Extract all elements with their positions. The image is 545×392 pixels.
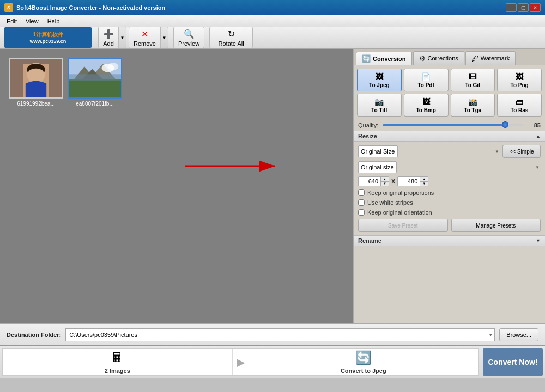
logo-url: www.pc0359.cn	[30, 39, 66, 44]
window-title: Soft4Boost Image Converter - Non-activat…	[16, 4, 165, 11]
width-increment-button[interactable]: ▲	[381, 177, 389, 182]
maximize-button[interactable]: ▢	[518, 3, 529, 12]
height-input-group: ▲ ▼	[397, 176, 428, 186]
resize-size-select-wrapper: Original size	[358, 161, 541, 173]
format-jpeg-button[interactable]: 🖼 To Jpeg	[357, 69, 402, 91]
rename-collapse-button[interactable]: ▼	[536, 238, 541, 243]
height-spin-buttons: ▲ ▼	[420, 177, 428, 186]
jpeg-icon: 🖼	[376, 72, 383, 81]
rename-section-header: Rename ▼	[354, 235, 545, 246]
format-tiff-button[interactable]: 📷 To Tiff	[357, 94, 402, 117]
convert-now-button[interactable]: Convert Now!	[483, 348, 543, 376]
width-spin-buttons: ▲ ▼	[380, 177, 389, 186]
format-pdf-label: To Pdf	[417, 82, 434, 88]
resize-preset-select-wrapper: Original Size	[358, 145, 500, 157]
menu-edit[interactable]: Edit	[2, 17, 21, 26]
menu-view[interactable]: View	[21, 17, 43, 26]
format-pdf-button[interactable]: 📄 To Pdf	[404, 69, 449, 91]
add-button-group[interactable]: ➕ Add ▼	[98, 27, 126, 48]
tga-icon: 📸	[468, 97, 477, 106]
format-ras-label: To Ras	[511, 107, 529, 113]
use-white-stripes-checkbox[interactable]	[358, 199, 365, 206]
resize-dimensions-row: ▲ ▼ X ▲ ▼	[358, 176, 541, 186]
images-icon: 🖩	[111, 350, 124, 365]
ras-icon: 🗃	[516, 97, 523, 106]
tab-corrections-label: Corrections	[428, 55, 458, 62]
keep-orientation-row: Keep original orientation	[358, 209, 541, 216]
keep-proportions-checkbox[interactable]	[358, 189, 365, 196]
destination-bar: Destination Folder: Browse...	[0, 323, 545, 345]
remove-button[interactable]: ✕ Remove	[129, 27, 160, 48]
width-input[interactable]	[359, 177, 380, 186]
resize-preset-select[interactable]: Original Size	[358, 145, 398, 157]
keep-orientation-checkbox[interactable]	[358, 209, 365, 216]
save-preset-button[interactable]: Save Preset	[358, 219, 448, 232]
thumb-label-2: ea8007f201fb...	[76, 101, 114, 107]
height-increment-button[interactable]: ▲	[420, 177, 428, 182]
resize-section-header: Resize ▲	[354, 131, 545, 142]
gif-icon: 🎞	[469, 72, 476, 81]
use-white-stripes-label: Use white stripes	[367, 199, 413, 206]
destination-input[interactable]	[65, 328, 495, 341]
format-bmp-button[interactable]: 🖼 To Bmp	[404, 94, 449, 117]
remove-dropdown-button[interactable]: ▼	[160, 27, 168, 48]
height-decrement-button[interactable]: ▼	[420, 182, 428, 186]
preview-label: Preview	[178, 40, 199, 47]
tab-conversion[interactable]: 🔄 Conversion	[356, 52, 412, 65]
title-bar-left: S Soft4Boost Image Converter - Non-activ…	[4, 3, 165, 12]
width-decrement-button[interactable]: ▼	[381, 182, 389, 186]
corrections-tab-icon: ⚙	[419, 54, 426, 63]
tab-watermark[interactable]: 🖊 Watermark	[465, 51, 516, 65]
tab-corrections[interactable]: ⚙ Corrections	[413, 51, 464, 65]
quality-thumb	[502, 121, 508, 128]
logo-brand: 1计算机软件	[33, 31, 63, 39]
tab-conversion-label: Conversion	[373, 56, 406, 62]
right-panel: 🔄 Conversion ⚙ Corrections 🖊 Watermark 🖼…	[353, 49, 545, 323]
keep-proportions-row: Keep original proportions	[358, 189, 541, 196]
preset-buttons-row: Save Preset Manage Presets	[358, 219, 541, 232]
toolbar-separator-1	[171, 29, 171, 46]
title-controls: ─ ▢ ✕	[506, 3, 541, 12]
resize-section-label: Resize	[358, 133, 377, 139]
logo-bar: 1计算机软件 www.pc0359.cn ➕ Add ▼ ✕ Remove ▼ …	[0, 27, 545, 49]
manage-presets-button[interactable]: Manage Presets	[451, 219, 541, 232]
browse-button[interactable]: Browse...	[499, 328, 538, 341]
rename-section-label: Rename	[358, 237, 382, 244]
close-button[interactable]: ✕	[530, 3, 541, 12]
format-png-button[interactable]: 🖼 To Png	[497, 69, 542, 91]
quality-slider[interactable]	[383, 124, 523, 126]
format-grid: 🖼 To Jpeg 📄 To Pdf 🎞 To Gif 🖼 To Png 📷 T…	[354, 65, 545, 120]
destination-input-wrapper	[65, 328, 495, 341]
convert-to-section: 🔄 Convert to Jpeg	[249, 348, 479, 376]
destination-label: Destination Folder:	[7, 332, 61, 338]
add-button[interactable]: ➕ Add	[99, 27, 118, 48]
format-gif-button[interactable]: 🎞 To Gif	[451, 69, 495, 91]
format-ras-button[interactable]: 🗃 To Ras	[497, 94, 542, 117]
rotate-button[interactable]: ↻ Rotate All	[209, 27, 253, 48]
thumb-frame-2	[68, 58, 122, 99]
convert-arrow-separator: ▶	[233, 356, 249, 369]
thumb-frame-1	[9, 58, 63, 99]
format-tga-button[interactable]: 📸 To Tga	[451, 94, 495, 117]
format-gif-label: To Gif	[465, 82, 480, 88]
svg-rect-8	[69, 74, 121, 81]
simple-toggle-button[interactable]: << Simple	[502, 145, 541, 158]
thumb-label-1: 61991992bea...	[17, 101, 55, 107]
resize-collapse-button[interactable]: ▲	[536, 133, 541, 139]
thumbnail-item-1[interactable]: 61991992bea...	[9, 58, 63, 107]
tab-watermark-label: Watermark	[481, 55, 510, 62]
quality-value: 85	[528, 122, 541, 128]
minimize-button[interactable]: ─	[506, 3, 517, 12]
svg-rect-4	[69, 79, 121, 98]
main-layout: 61991992bea...	[0, 49, 545, 323]
add-dropdown-button[interactable]: ▼	[118, 27, 126, 48]
app-icon: S	[4, 3, 13, 12]
menu-help[interactable]: Help	[43, 17, 64, 26]
remove-button-group[interactable]: ✕ Remove ▼	[129, 27, 168, 48]
height-input[interactable]	[398, 177, 420, 186]
use-white-stripes-row: Use white stripes	[358, 199, 541, 206]
title-bar: S Soft4Boost Image Converter - Non-activ…	[0, 0, 545, 15]
preview-button[interactable]: 🔍 Preview	[173, 27, 204, 48]
resize-size-select[interactable]: Original size	[358, 161, 397, 173]
thumbnail-item-2[interactable]: ea8007f201fb...	[68, 58, 122, 107]
